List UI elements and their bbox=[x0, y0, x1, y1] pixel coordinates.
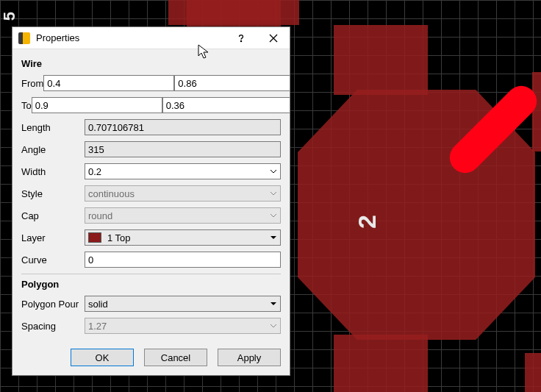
label-cap: Cap bbox=[21, 210, 85, 221]
label-width: Width bbox=[21, 166, 85, 177]
layer-combobox[interactable]: 1 Top bbox=[85, 229, 281, 246]
divider bbox=[21, 274, 281, 274]
chevron-down-icon bbox=[270, 166, 277, 177]
length-output bbox=[85, 119, 281, 135]
cancel-button[interactable]: Cancel bbox=[144, 349, 207, 366]
cap-combobox: round bbox=[85, 207, 281, 224]
angle-output bbox=[85, 141, 281, 157]
curve-input[interactable] bbox=[85, 252, 281, 268]
properties-dialog: Properties Wire From To Length Angle bbox=[12, 26, 290, 376]
label-pour: Polygon Pour bbox=[21, 299, 85, 310]
caret-down-icon bbox=[270, 299, 277, 310]
pour-combobox[interactable]: solid bbox=[85, 296, 281, 312]
section-polygon: Polygon bbox=[21, 279, 281, 290]
label-style: Style bbox=[21, 188, 85, 199]
from-x-input[interactable] bbox=[43, 75, 174, 91]
to-x-input[interactable] bbox=[32, 97, 162, 113]
chevron-down-icon bbox=[270, 188, 277, 199]
pour-value: solid bbox=[88, 299, 108, 310]
width-value: 0.2 bbox=[88, 166, 101, 177]
caret-down-icon bbox=[270, 232, 277, 243]
pad-label-2: 2 bbox=[353, 215, 381, 229]
to-y-input[interactable] bbox=[162, 97, 290, 113]
label-length: Length bbox=[21, 122, 85, 133]
copper-region bbox=[532, 72, 541, 152]
layer-value: 1 Top bbox=[107, 232, 131, 243]
dialog-title: Properties bbox=[36, 32, 225, 43]
cap-value: round bbox=[88, 210, 112, 221]
label-curve: Curve bbox=[21, 254, 85, 266]
ok-button[interactable]: OK bbox=[71, 349, 134, 366]
style-combobox: continuous bbox=[85, 185, 281, 202]
label-to: To bbox=[21, 100, 32, 111]
copper-trace bbox=[334, 25, 428, 95]
width-combobox[interactable]: 0.2 bbox=[85, 163, 281, 179]
from-y-input[interactable] bbox=[174, 75, 290, 91]
app-icon bbox=[18, 32, 30, 44]
label-layer: Layer bbox=[21, 232, 85, 243]
layer-color-swatch bbox=[88, 232, 101, 243]
copper-region bbox=[525, 353, 541, 392]
help-button[interactable] bbox=[225, 27, 257, 49]
close-button[interactable] bbox=[257, 27, 290, 49]
svg-point-0 bbox=[240, 40, 241, 41]
section-wire: Wire bbox=[21, 58, 281, 69]
label-spacing: Spacing bbox=[21, 321, 85, 332]
copper-trace bbox=[334, 335, 428, 392]
spacing-combobox: 1.27 bbox=[85, 318, 281, 334]
style-value: continuous bbox=[88, 188, 135, 199]
label-angle: Angle bbox=[21, 144, 85, 155]
chevron-down-icon bbox=[270, 210, 277, 221]
chevron-down-icon bbox=[270, 321, 277, 332]
spacing-value: 1.27 bbox=[88, 321, 107, 332]
apply-button[interactable]: Apply bbox=[218, 349, 281, 366]
titlebar[interactable]: Properties bbox=[12, 27, 290, 49]
label-from: From bbox=[21, 78, 43, 89]
